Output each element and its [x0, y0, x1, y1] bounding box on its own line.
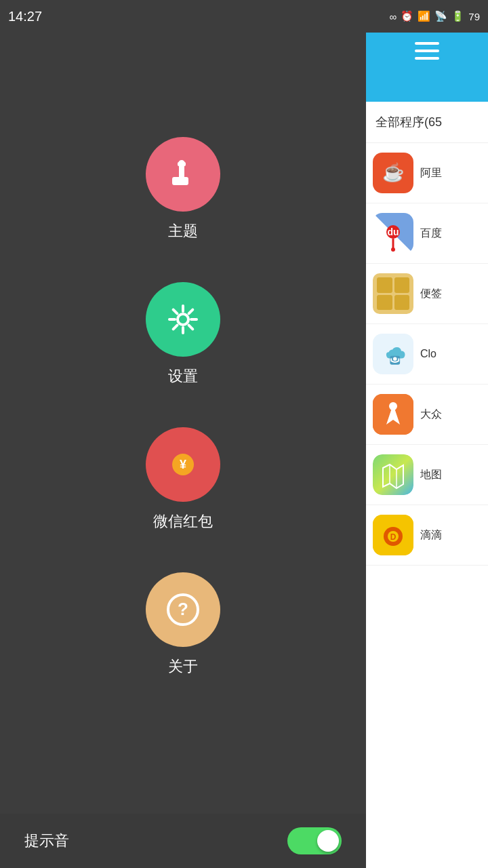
svg-rect-28: [373, 454, 413, 495]
svg-line-11: [189, 310, 193, 314]
status-bar: 14:27 ∞ ⏰ 📶 📡 🔋 79: [0, 0, 488, 33]
app-icon-cloudsec: [373, 334, 413, 374]
all-apps-header: 全部程序(65: [366, 102, 488, 143]
hamburger-line-2: [415, 50, 439, 52]
left-panel: 主题 设置 ¥: [0, 0, 366, 868]
status-icons: ∞ ⏰ 📶 📡 🔋 79: [390, 10, 480, 22]
app-name-cloudsec: Clo: [420, 348, 436, 360]
brush-icon: [165, 157, 201, 192]
app-item-dazhi[interactable]: 大众: [366, 384, 488, 445]
app-name-notes: 便签: [420, 287, 442, 301]
bottom-bar: 提示音: [0, 814, 366, 868]
hamburger-line-1: [415, 42, 439, 45]
svg-point-27: [389, 402, 397, 410]
theme-circle[interactable]: [146, 137, 220, 212]
app-item-baidu[interactable]: du 百度: [366, 203, 488, 264]
right-panel: 全部程序(65 ☕ 阿里 du: [366, 0, 488, 868]
menu-item-about[interactable]: ? 关于: [146, 572, 220, 677]
redpacket-label: 微信红包: [153, 511, 213, 532]
status-time: 14:27: [8, 9, 42, 24]
about-label: 关于: [168, 656, 198, 677]
svg-text:☕: ☕: [382, 161, 405, 183]
toggle-knob: [317, 830, 339, 852]
app-icon-baidu: du: [373, 213, 413, 254]
svg-line-9: [174, 310, 178, 314]
settings-label: 设置: [168, 366, 198, 387]
coffee-cup-icon: ☕: [373, 153, 413, 193]
hamburger-line-3: [415, 57, 439, 60]
battery-level: 79: [468, 11, 480, 22]
app-item-maps[interactable]: 地图: [366, 445, 488, 505]
about-circle[interactable]: ?: [146, 572, 220, 647]
alarm-icon: ⏰: [401, 10, 413, 22]
app-name-didi: 滴滴: [420, 528, 442, 542]
app-item-alibaba[interactable]: ☕ 阿里: [366, 143, 488, 203]
svg-rect-3: [178, 162, 186, 166]
app-icon-dazhi: [373, 394, 413, 435]
hamburger-menu[interactable]: [415, 42, 439, 60]
app-name-dazhi: 大众: [420, 408, 442, 422]
svg-text:?: ?: [178, 599, 188, 619]
app-icon-maps: [373, 454, 413, 495]
app-icon-notes: [373, 273, 413, 314]
redpacket-icon: ¥: [165, 447, 201, 482]
app-name-baidu: 百度: [420, 226, 442, 241]
theme-label: 主题: [168, 221, 198, 241]
svg-text:du: du: [387, 226, 399, 237]
svg-text:D: D: [390, 532, 396, 542]
menu-item-theme[interactable]: 主题: [146, 137, 220, 241]
app-item-notes[interactable]: 便签: [366, 264, 488, 324]
menu-item-redpacket[interactable]: ¥ 微信红包: [146, 427, 220, 532]
help-icon: ?: [165, 592, 201, 627]
svg-point-4: [178, 314, 188, 325]
app-item-didi[interactable]: D 滴滴: [366, 505, 488, 566]
settings-circle[interactable]: [146, 282, 220, 357]
app-name-maps: 地图: [420, 468, 442, 482]
gear-icon: [165, 302, 201, 337]
svg-text:¥: ¥: [180, 458, 186, 471]
battery-icon: 🔋: [451, 10, 464, 22]
app-list: ☕ 阿里 du 百度: [366, 143, 488, 868]
sound-toggle-label: 提示音: [24, 831, 69, 851]
redpacket-circle[interactable]: ¥: [146, 427, 220, 502]
app-name-alibaba: 阿里: [420, 166, 442, 180]
svg-point-23: [391, 248, 395, 252]
svg-line-10: [189, 326, 193, 330]
wifi-icon: 📶: [418, 10, 430, 22]
app-icon-didi: D: [373, 515, 413, 555]
svg-line-12: [174, 326, 178, 330]
menu-item-settings[interactable]: 设置: [146, 282, 220, 387]
svg-point-25: [393, 357, 397, 361]
app-icon-alibaba: ☕: [373, 153, 413, 193]
infinity-icon: ∞: [390, 11, 397, 22]
signal-icon: 📡: [434, 10, 447, 22]
app-item-cloudsec[interactable]: Clo: [366, 324, 488, 384]
sound-toggle[interactable]: [287, 827, 342, 854]
